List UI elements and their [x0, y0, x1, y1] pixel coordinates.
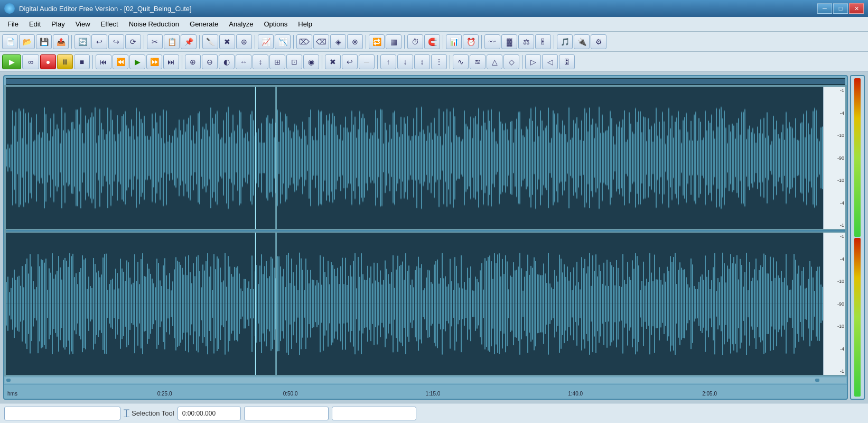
tb-wave-b[interactable]: ≋ — [470, 54, 486, 69]
tb-settings[interactable]: ⚙ — [591, 34, 606, 49]
tb-zoom-sel[interactable]: ◐ — [219, 54, 235, 69]
tb-pause[interactable]: ⏸ — [57, 54, 73, 69]
menu-play[interactable]: Play — [46, 18, 70, 30]
tb-fit-sel[interactable]: ⊡ — [286, 54, 302, 69]
tb-plugin[interactable]: 🔌 — [574, 34, 590, 49]
waveform-area[interactable]: -1 -4 -10 -90 -10 -4 -1 -1 -4 — [4, 85, 847, 376]
tb-cut[interactable]: ✂ — [147, 34, 163, 49]
status-field-2 — [244, 407, 329, 420]
status-field-3 — [332, 407, 416, 420]
tb-export[interactable]: 📤 — [53, 34, 69, 49]
tb-to-start[interactable]: ⏮ — [96, 54, 111, 69]
sep5 — [293, 35, 294, 49]
tb-open[interactable]: 📂 — [19, 34, 35, 49]
minimize-button[interactable]: ─ — [817, 3, 832, 14]
level-meter — [850, 75, 865, 400]
sep-t6 — [522, 55, 522, 69]
menu-view[interactable]: View — [70, 18, 96, 30]
sep8 — [443, 35, 443, 49]
tb-wave-c[interactable]: △ — [487, 54, 502, 69]
tb-undo2[interactable]: ↪ — [108, 34, 124, 49]
menu-options[interactable]: Options — [258, 18, 293, 30]
tb-timer[interactable]: ⏰ — [463, 34, 479, 49]
tb-mix-dn[interactable]: ↓ — [397, 54, 413, 69]
scroll-handle-left — [6, 379, 11, 382]
tb-record[interactable]: ● — [40, 54, 56, 69]
tb-new[interactable]: 📄 — [2, 34, 18, 49]
tb-zoom-in[interactable]: ⊕ — [185, 54, 201, 69]
window-controls: ─ □ ✕ — [817, 3, 864, 14]
tb-zoom-v[interactable]: ↕ — [253, 54, 268, 69]
tb-pan-r[interactable]: ◁ — [542, 54, 558, 69]
tb-undo-tr[interactable]: ↩ — [342, 54, 358, 69]
tb-loop[interactable]: ∞ — [22, 54, 39, 69]
tb-redo-tr[interactable]: ─ — [359, 54, 375, 69]
waveform-track-2[interactable] — [6, 233, 823, 375]
menu-generate[interactable]: Generate — [184, 18, 223, 30]
tb-copy[interactable]: 📋 — [164, 34, 180, 49]
tb-normalize[interactable]: ⚖ — [518, 34, 534, 49]
tb-zoom-h[interactable]: ↔ — [236, 54, 251, 69]
tb-eq2[interactable]: 🎛 — [559, 54, 575, 69]
scrollbar-top[interactable] — [6, 78, 845, 85]
menu-analyze[interactable]: Analyze — [223, 18, 258, 30]
toolbar-transport: ▶ ∞ ● ⏸ ■ ⏮ ⏪ ▶ ⏩ ⏭ ⊕ ⊖ ◐ ↔ ↕ ⊞ ⊡ ◉ ✖ ↩ … — [0, 52, 868, 72]
tb-waveform[interactable]: 〰 — [484, 34, 500, 49]
tb-region[interactable]: ▦ — [386, 34, 402, 49]
waveform-track-1[interactable] — [6, 87, 823, 229]
tb-loop-region[interactable]: 🔁 — [369, 34, 385, 49]
tb-stereo[interactable]: ⋮ — [431, 54, 447, 69]
track-2: -1 -4 -10 -90 -10 -4 -1 — [6, 233, 845, 375]
tb-save[interactable]: 💾 — [36, 34, 52, 49]
tb-spectrum[interactable]: ▓ — [501, 34, 517, 49]
tb-fit-all[interactable]: ◉ — [303, 54, 319, 69]
tb-silence[interactable]: ✖ — [219, 34, 235, 49]
time-mark-115: 1:15.0 — [426, 391, 441, 397]
tb-play-sel[interactable]: ▶ — [129, 54, 145, 69]
tb-eq[interactable]: 📊 — [446, 34, 462, 49]
tb-mark4[interactable]: ⊗ — [347, 34, 363, 49]
tb-mix-up[interactable]: ↑ — [380, 54, 396, 69]
tb-mark3[interactable]: ◈ — [330, 34, 346, 49]
time-display: 0:00:00.000 — [178, 407, 241, 420]
tb-trim[interactable]: 🔪 — [202, 34, 218, 49]
tb-fade-out[interactable]: 📉 — [275, 34, 291, 49]
tb-undo-hist[interactable]: 🔄 — [74, 34, 90, 49]
tb-scrub[interactable]: ⏱ — [407, 34, 423, 49]
tb-fx[interactable]: 🎵 — [557, 34, 573, 49]
sep1 — [71, 35, 72, 49]
tb-play[interactable]: ▶ — [2, 54, 21, 69]
tb-rewind[interactable]: ⏪ — [113, 54, 128, 69]
tb-fade-in[interactable]: 📈 — [258, 34, 274, 49]
tb-redo2[interactable]: ⟳ — [125, 34, 141, 49]
meter-bar-1 — [854, 78, 861, 237]
tb-snap[interactable]: 🧲 — [424, 34, 440, 49]
tb-pan-l[interactable]: ▷ — [525, 54, 541, 69]
close-button[interactable]: ✕ — [849, 3, 864, 14]
menu-edit[interactable]: Edit — [24, 18, 46, 30]
tb-ff[interactable]: ⏩ — [146, 54, 162, 69]
tb-mark-out[interactable]: ⌫ — [313, 34, 329, 49]
tb-rms[interactable]: ◇ — [503, 54, 519, 69]
tb-fit-win[interactable]: ⊞ — [269, 54, 285, 69]
menu-help[interactable]: Help — [293, 18, 318, 30]
tb-zoom-out[interactable]: ⊖ — [202, 54, 218, 69]
tb-mix-both[interactable]: ↕ — [414, 54, 430, 69]
tb-redo-hist[interactable]: ↩ — [91, 34, 107, 49]
app-icon — [4, 3, 15, 14]
time-mark-140: 1:40.0 — [568, 391, 583, 397]
tb-wave-a[interactable]: ∿ — [453, 54, 469, 69]
tb-to-end[interactable]: ⏭ — [163, 54, 179, 69]
tb-mute[interactable]: ✖ — [325, 54, 341, 69]
track-1: -1 -4 -10 -90 -10 -4 -1 — [6, 87, 845, 229]
maximize-button[interactable]: □ — [833, 3, 848, 14]
menu-effect[interactable]: Effect — [96, 18, 124, 30]
menu-noise-reduction[interactable]: Noise Reduction — [124, 18, 184, 30]
tb-mix[interactable]: 🎚 — [535, 34, 551, 49]
tb-stop[interactable]: ■ — [74, 54, 90, 69]
tb-mark-in[interactable]: ⌦ — [296, 34, 312, 49]
tb-paste[interactable]: 📌 — [181, 34, 197, 49]
menu-file[interactable]: File — [2, 18, 24, 30]
tb-insert[interactable]: ⊕ — [236, 34, 252, 49]
menu-bar: File Edit Play View Effect Noise Reducti… — [0, 17, 868, 32]
